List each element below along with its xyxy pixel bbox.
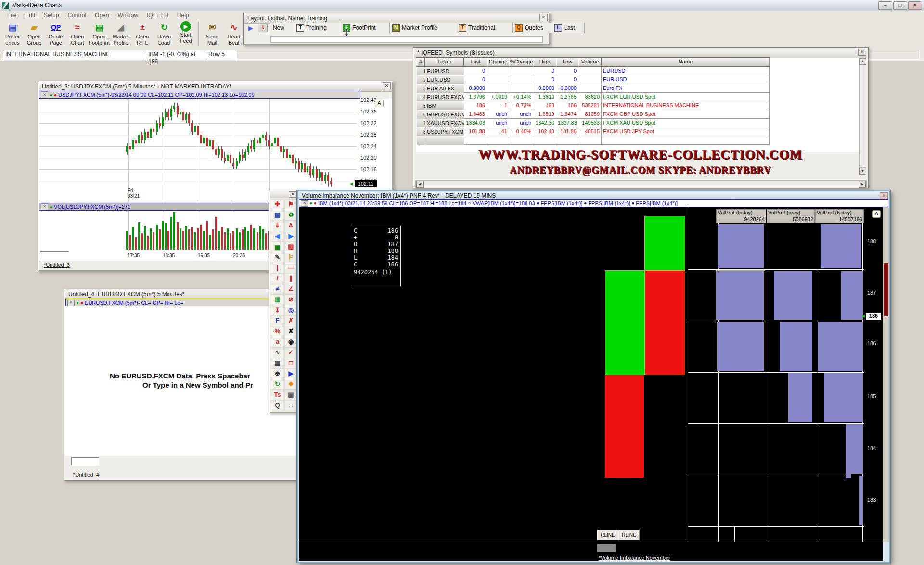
layout-run-icon[interactable]: ▶ — [248, 25, 253, 32]
settings-tool-icon[interactable]: ▤ — [271, 210, 284, 221]
crossed-lines-icon[interactable]: ≠ — [271, 284, 284, 295]
angle-line-icon[interactable]: ∠ — [284, 284, 297, 295]
open-group-button[interactable]: ▰OpenGroup — [24, 21, 45, 48]
untitled3-entry-box[interactable] — [40, 251, 69, 260]
bell-alert-icon[interactable]: ⚐ — [284, 252, 297, 263]
arrow-down-icon[interactable]: ↧ — [271, 305, 284, 316]
table-row[interactable]: 5IBM186-1-0.72%188186535281INTERNATIONAL… — [416, 101, 860, 110]
table-row[interactable]: 8USDJPY.FXCM101.88-.41-0.40%102.40101.86… — [416, 127, 860, 136]
rline-button[interactable]: RLINE — [597, 530, 618, 540]
iqfeed-hscrollbar[interactable]: ◀ ▶ — [415, 180, 867, 188]
fibonacci-icon[interactable]: F — [271, 315, 284, 326]
delete-line-icon[interactable]: ✗ — [284, 315, 297, 326]
parallel-lines-icon[interactable]: ∥ — [284, 273, 297, 284]
column-header-Low[interactable]: Low — [556, 58, 578, 66]
time-sales-icon[interactable]: Ts — [271, 389, 284, 401]
send-mail-button[interactable]: ✉SendMail — [202, 21, 223, 48]
column-header-Name[interactable]: Name — [602, 58, 770, 66]
untitled4-tab[interactable]: *Untitled_4 — [73, 472, 99, 477]
menu-item-setup[interactable]: Setup — [39, 12, 63, 19]
table-row[interactable]: 3EUR A0-FX0.00000.00000.0000Euro FX — [416, 84, 860, 93]
layout-tab-new[interactable]: New — [270, 23, 294, 33]
untitled3-close-icon[interactable]: ✕ — [383, 82, 391, 89]
vi-scroll-thumb[interactable] — [884, 263, 888, 316]
column-header-colChange[interactable]: %Change — [509, 58, 533, 66]
save-layout-icon[interactable]: ⇓ — [258, 24, 268, 32]
close-pane-icon[interactable]: ✕ — [41, 91, 48, 98]
hatch-lines-icon[interactable]: % — [271, 326, 284, 337]
table-row[interactable]: 1EURUSD000EURUSD — [416, 67, 860, 75]
triangle-xyz-icon[interactable]: ∆ — [284, 220, 297, 231]
quote-search-icon[interactable]: Q — [271, 400, 284, 411]
column-header-col[interactable]: # — [416, 58, 425, 66]
market-profile-button[interactable]: ◢MarketProfile — [110, 21, 131, 48]
delete-all-icon[interactable]: ✘ — [284, 326, 297, 337]
add-symbol-button[interactable]: + — [859, 58, 866, 65]
quote-page-button[interactable]: QPQuotePage — [45, 21, 66, 48]
column-header-High[interactable]: High — [533, 58, 556, 66]
untitled3-tab[interactable]: *Untitled_3 — [44, 262, 70, 268]
text-tool-icon[interactable]: a — [271, 337, 284, 348]
untitled4-entry-box[interactable] — [71, 457, 99, 466]
horizontal-move-icon[interactable]: ↔ — [284, 400, 297, 411]
menu-item-file[interactable]: File — [3, 12, 21, 19]
bar-chart-icon[interactable]: ▅ — [271, 241, 284, 252]
vi-infobar[interactable]: ✕ ●● IBM (1x4*)-03/21/14 23:59:59 CL=186… — [299, 199, 888, 207]
open-footprint-button[interactable]: ▤OpenFootprint — [89, 21, 110, 48]
menu-item-help[interactable]: Help — [173, 12, 193, 19]
save-study-icon[interactable]: ⇓ — [271, 220, 284, 231]
layout-toolbar-close-icon[interactable]: ✕ — [539, 14, 548, 21]
vi-right-scrollbar[interactable] — [883, 207, 889, 542]
replay-icon[interactable]: ▶ — [284, 368, 297, 379]
vi-titlebar[interactable]: Volume Imbalance November: IBM (1x4*) PN… — [299, 192, 888, 200]
snapshot-icon[interactable]: ▣ — [284, 389, 297, 401]
table-row[interactable]: 6GBPUSD.FXCM1.6483unchunch1.65191.647481… — [416, 110, 860, 119]
layout-tab-market-profile[interactable]: MMarket Profile — [390, 23, 456, 33]
palette-close-icon[interactable]: ✕ — [289, 191, 297, 198]
chart-frame-icon[interactable]: ▨ — [284, 241, 297, 252]
close-pane-icon[interactable]: ✕ — [67, 300, 75, 306]
zoom-icon[interactable]: ⊕ — [271, 368, 284, 379]
scroll-left-icon[interactable]: ◀ — [416, 181, 424, 188]
target-icon[interactable]: ◉ — [284, 337, 297, 348]
close-button[interactable]: ✕ — [908, 1, 922, 10]
grid-tool-icon[interactable]: ▦ — [271, 358, 284, 369]
ibm-pnf-chart[interactable]: VolProf (today)9420264VolProf (prev)5086… — [299, 207, 883, 561]
table-row[interactable]: 4EURUSD.FXCM1.3796+.0019+0.14%1.38101.37… — [416, 93, 860, 101]
trash-icon[interactable]: ♻ — [284, 210, 297, 221]
reload-icon[interactable]: ↻ — [271, 379, 284, 390]
column-header-Change[interactable]: Change — [487, 58, 509, 66]
rline-button[interactable]: RLINE — [618, 530, 640, 540]
table-row[interactable]: 7XAUUSD.FXCM1334.03unchunch1342.301327.8… — [416, 119, 860, 127]
page-next-icon[interactable]: ▶ — [284, 231, 297, 242]
table-row[interactable]: 2EUR.USD000EUR.USD — [416, 75, 860, 84]
column-header-Last[interactable]: Last — [464, 58, 487, 66]
symbol-input[interactable]: INTERNATIONAL BUSINESS MACHINE — [3, 50, 147, 60]
layout-tab-quotes[interactable]: QQuotes — [513, 23, 552, 33]
column-header-Volume[interactable]: Volume — [578, 58, 602, 66]
layout-toolbar-titlebar[interactable]: Layout Toolbar. Name: Training — [244, 14, 549, 24]
trendline-icon[interactable]: / — [271, 273, 284, 284]
autoscale-button[interactable]: A — [375, 100, 384, 107]
untitled3-titlebar[interactable]: Untitled_3: USDJPY.FXCM (5m*) 5 Minutes*… — [39, 82, 392, 92]
alert-flag-icon[interactable]: ⚑ — [284, 199, 297, 210]
preferences-button[interactable]: ▤Preferences — [2, 21, 23, 48]
title-chart-icon[interactable]: ∿ — [271, 347, 284, 358]
column-header-Ticker[interactable]: Ticker — [425, 58, 464, 66]
vi-autoscale-button[interactable]: A — [872, 210, 881, 218]
untitled3-infobar[interactable]: ✕ ●● USDJPY.FXCM (5m*)-03/22/14 00:00 CL… — [39, 91, 360, 99]
page-prev-icon[interactable]: ◀ — [271, 231, 284, 242]
ellipse-tool-icon[interactable]: ⊘ — [284, 294, 297, 305]
vi-close-icon[interactable]: ✕ — [880, 192, 888, 200]
vi-tab[interactable]: *Volume Imbalance November — [599, 555, 670, 561]
shapes-icon[interactable]: ◻ — [284, 358, 297, 369]
close-pane-icon[interactable]: ✕ — [301, 200, 308, 207]
row-selector[interactable]: Row 5 — [206, 50, 237, 60]
layout-tab-traditional[interactable]: TTraditional — [456, 23, 513, 33]
start-feed-button[interactable]: ▶StartFeed — [175, 21, 196, 48]
pan-hand-icon[interactable]: ❖ — [284, 379, 297, 390]
menu-item-iqfeed[interactable]: IQFEED — [142, 12, 173, 19]
scroll-right-icon[interactable]: ▶ — [859, 181, 866, 188]
maximize-button[interactable]: □ — [893, 1, 907, 10]
heart-beat-button[interactable]: ∿HeartBeat — [223, 21, 244, 48]
